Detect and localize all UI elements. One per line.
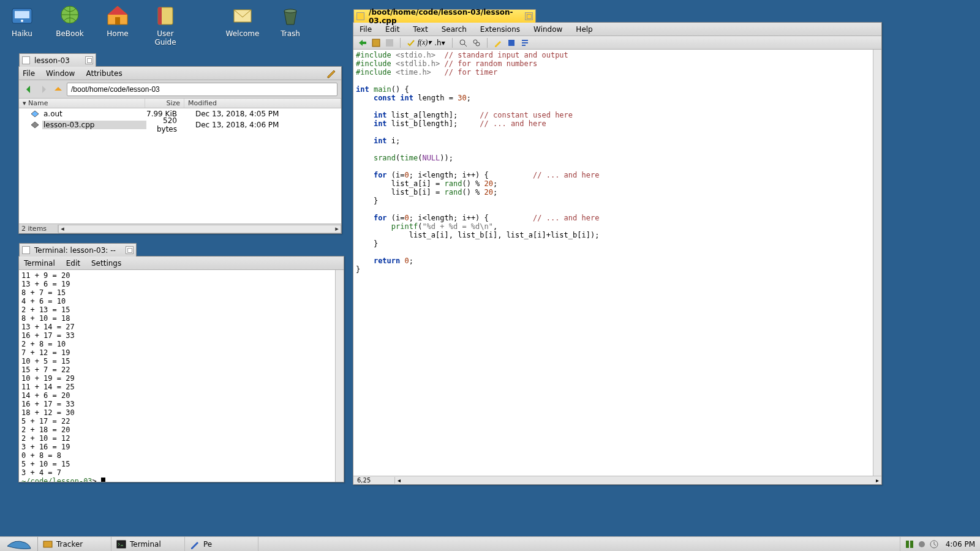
highlight-button[interactable] [492, 37, 503, 48]
pencil-icon[interactable] [326, 68, 337, 79]
file-name: lesson-03.cpp [42, 121, 146, 129]
desktop-icon-label: Home [107, 29, 128, 38]
save-icon [372, 39, 380, 47]
color-icon [507, 39, 516, 47]
zoom-icon[interactable] [525, 12, 533, 20]
zoom-icon[interactable] [126, 246, 134, 254]
menu-terminal[interactable]: Terminal [24, 259, 55, 268]
menu-text[interactable]: Text [413, 25, 428, 34]
close-icon[interactable] [22, 56, 30, 64]
task-label: Terminal [130, 540, 161, 549]
desktop-icon-bebook[interactable]: BeBook [53, 4, 87, 47]
tracker-window: lesson-03 File Window Attributes ▾ Name … [18, 66, 342, 234]
svg-rect-6 [158, 7, 162, 24]
col-size[interactable]: Size [145, 99, 184, 108]
menu-help[interactable]: Help [576, 25, 592, 34]
svg-point-11 [460, 40, 465, 45]
file-modified: Dec 13, 2018, 4:05 PM [183, 110, 279, 118]
cursor-position: 6,25 [353, 477, 395, 484]
up-button[interactable] [52, 83, 64, 96]
menu-attributes[interactable]: Attributes [86, 69, 122, 78]
arrow-up-icon [53, 84, 63, 94]
v-scrollbar[interactable] [335, 270, 344, 482]
desktop-icon-label: BeBook [56, 29, 83, 38]
haiku-disk-icon [10, 4, 34, 28]
saveall-icon [385, 39, 394, 47]
forward-button[interactable] [37, 83, 50, 96]
menu-edit[interactable]: Edit [66, 259, 80, 268]
window-tab[interactable]: lesson-03 [19, 53, 96, 67]
file-icon [30, 109, 40, 119]
close-icon[interactable] [22, 246, 30, 254]
code-area[interactable]: #include <stdio.h> // standard input and… [353, 50, 881, 476]
save-button[interactable] [371, 37, 382, 48]
tray-icon-1[interactable] [905, 540, 914, 549]
task-pe[interactable]: Pe [185, 537, 258, 551]
desktop-icon-welcome[interactable]: Welcome [225, 4, 260, 47]
back-button[interactable] [23, 83, 35, 96]
menu-edit[interactable]: Edit [385, 25, 399, 34]
menu-settings[interactable]: Settings [91, 259, 121, 268]
v-scrollbar[interactable] [873, 50, 881, 476]
desktop-icon-userguide[interactable]: User Guide [148, 4, 183, 47]
close-icon[interactable] [356, 12, 364, 20]
svg-rect-10 [386, 39, 393, 47]
menu-window[interactable]: Window [46, 69, 75, 78]
wrap-button[interactable] [519, 37, 530, 48]
zoom-icon[interactable] [85, 56, 93, 64]
svg-rect-1 [15, 11, 29, 18]
findfiles-button[interactable] [471, 37, 482, 48]
welcome-icon [230, 4, 255, 28]
saveall-button[interactable] [384, 37, 395, 48]
status-bar: 2 items ◂▸ [19, 223, 341, 233]
leaf-menu-button[interactable] [0, 537, 38, 551]
tray: 4:06 PM [900, 537, 980, 551]
svg-rect-18 [910, 541, 913, 548]
home-folder-icon [105, 4, 130, 28]
path-input[interactable] [67, 83, 337, 96]
trash-icon [278, 4, 303, 28]
file-list[interactable]: a.out7.99 KiBDec 13, 2018, 4:05 PMlesson… [19, 108, 341, 223]
svg-point-13 [476, 42, 480, 46]
function-dropdown[interactable]: f(x)▾ [419, 37, 430, 48]
desktop-icon-trash[interactable]: Trash [273, 4, 307, 47]
window-tab[interactable]: /boot/home/code/lesson-03/lesson-03.cpp [353, 9, 536, 23]
file-row[interactable]: lesson-03.cpp520 bytesDec 13, 2018, 4:06… [19, 119, 341, 130]
h-scrollbar[interactable]: ◂▸ [58, 225, 341, 233]
svg-rect-14 [508, 40, 514, 46]
find-button[interactable] [458, 37, 469, 48]
tray-icon-3[interactable] [930, 540, 938, 549]
book-icon [153, 4, 178, 28]
header-dropdown[interactable]: .h ▾ [432, 37, 447, 48]
terminal-output[interactable]: 11 + 9 = 20 13 + 6 = 19 8 + 7 = 15 4 + 6… [19, 270, 344, 482]
h-scrollbar[interactable]: ◂▸ [395, 477, 881, 484]
menu-file[interactable]: File [360, 25, 372, 34]
task-terminal[interactable]: Terminal [111, 537, 185, 551]
desktop-icon-label: Welcome [226, 29, 260, 38]
globe-icon [58, 4, 82, 28]
tray-icon-2[interactable] [918, 540, 926, 549]
col-modified[interactable]: Modified [184, 99, 341, 108]
file-modified: Dec 13, 2018, 4:06 PM [183, 121, 279, 129]
tracker-toolbar [19, 80, 341, 99]
menu-window[interactable]: Window [533, 25, 562, 34]
menu-search[interactable]: Search [442, 25, 467, 34]
svg-point-2 [21, 20, 23, 22]
menu-file[interactable]: File [23, 69, 35, 78]
desktop-icon-label: User Guide [148, 29, 183, 47]
editor-window: /boot/home/code/lesson-03/lesson-03.cpp … [353, 22, 882, 485]
wrap-icon [521, 39, 529, 47]
svg-rect-17 [906, 541, 909, 548]
open-button[interactable] [357, 37, 368, 48]
menu-extensions[interactable]: Extensions [480, 25, 520, 34]
terminal-menubar: Terminal Edit Settings [19, 257, 344, 270]
item-count: 2 items [19, 225, 58, 233]
clock: 4:06 PM [942, 540, 975, 549]
syntax-button[interactable] [506, 37, 517, 48]
task-tracker[interactable]: Tracker [38, 537, 111, 551]
desktop-icon-home[interactable]: Home [100, 4, 135, 47]
col-name[interactable]: ▾ Name [19, 99, 145, 108]
run-button[interactable] [405, 37, 417, 48]
window-tab[interactable]: Terminal: lesson-03: -- [19, 243, 137, 257]
desktop-icon-haiku[interactable]: Haiku [5, 4, 39, 47]
